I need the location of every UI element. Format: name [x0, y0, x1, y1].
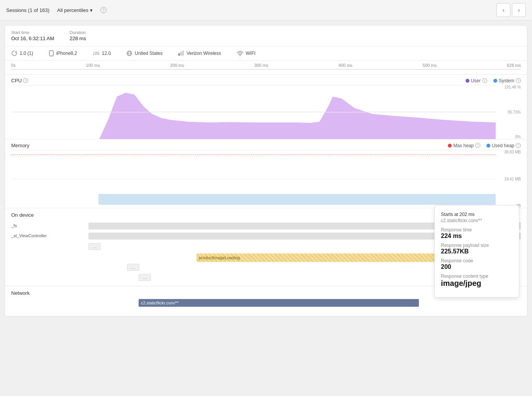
next-button[interactable]: ›	[512, 3, 526, 17]
max-heap-dot	[448, 144, 452, 148]
svg-point-9	[239, 55, 240, 56]
network-item: WIFI	[237, 51, 256, 56]
memory-y-labels: 38.83 MB 19.41 MB 0B	[498, 150, 521, 208]
refresh-icon	[11, 50, 17, 56]
cpu-legend: User ? System ?	[466, 78, 521, 83]
wifi-icon	[237, 51, 244, 56]
expand-dots1[interactable]: ...	[88, 243, 101, 250]
memory-header: Memory Max heap ? Used heap ?	[11, 139, 521, 150]
expand-dots2[interactable]: ...	[127, 264, 139, 271]
start-time-label: Start time	[11, 30, 54, 35]
duration-item: Duration 228 ms	[69, 30, 86, 41]
session-header: Start time Oct 16, 6:32:11 AM Duration 2…	[5, 25, 527, 46]
cpu-y-labels: 191.46 % 95.73% 0%	[498, 85, 521, 139]
carrier-value: Verizon Wireless	[186, 51, 221, 56]
duration-value: 228 ms	[69, 36, 86, 41]
trace-label-fs: _fs	[11, 223, 88, 228]
svg-text:iOS: iOS	[93, 51, 100, 56]
used-heap-bar	[98, 194, 496, 205]
top-bar: Sessions (1 of 163) All percentiles ▾ ? …	[0, 0, 532, 20]
svg-marker-6	[178, 53, 180, 56]
tooltip-card: Starts at 202 ms c2.staticflickr.com/** …	[434, 205, 519, 297]
session-info-bar: 1.0 (1) iPhone8,2 iOS 12.0 United States…	[5, 46, 527, 61]
top-bar-left: Sessions (1 of 163) All percentiles ▾ ?	[6, 6, 107, 15]
timeline-ruler: 0s 100 ms 200 ms 300 ms 400 ms 500 ms 62…	[5, 61, 527, 75]
memory-grid-mid	[11, 179, 496, 179]
ios-icon: iOS	[93, 51, 100, 56]
signal-icon	[178, 50, 184, 56]
memory-legend: Max heap ? Used heap ?	[448, 143, 521, 148]
sessions-label: Sessions (1 of 163)	[6, 7, 49, 13]
globe-icon	[126, 50, 132, 56]
memory-chart-area: 38.83 MB 19.41 MB 0B	[11, 150, 521, 208]
system-dot	[493, 79, 497, 83]
cpu-header: CPU ? User ? System ?	[11, 75, 521, 85]
tt-starts: Starts at 202 ms	[441, 212, 513, 217]
trace-label-vc: _st_ViewController	[11, 233, 88, 238]
cpu-help-icon[interactable]: ?	[23, 78, 28, 83]
ruler-labels: 0s 100 ms 200 ms 300 ms 400 ms 500 ms 62…	[11, 63, 521, 68]
tt-response-time: Response time 224 ms	[441, 227, 513, 240]
network-bar: c2.staticflickr.com/**	[139, 299, 419, 307]
cpu-chart-area: 191.46 % 95.73% 0%	[11, 85, 521, 139]
country-item: United States	[126, 50, 163, 56]
max-heap-line	[11, 155, 496, 155]
carrier-item: Verizon Wireless	[178, 50, 221, 56]
start-time-value: Oct 16, 6:32:11 AM	[11, 36, 54, 41]
country-value: United States	[135, 51, 163, 56]
user-dot	[466, 79, 469, 83]
percentile-dropdown[interactable]: All percentiles ▾	[54, 6, 96, 15]
device-item: iPhone8,2	[49, 50, 77, 56]
memory-title: Memory	[11, 143, 29, 148]
os-value: 12.0	[102, 51, 111, 56]
svg-marker-7	[180, 52, 182, 56]
grid-line-top	[11, 85, 496, 85]
on-device-section: On device _fs _st_ViewController ... pro	[5, 208, 527, 286]
user-help-icon[interactable]: ?	[482, 78, 487, 83]
tt-url: c2.staticflickr.com/**	[441, 218, 513, 223]
cpu-title: CPU ?	[11, 78, 28, 83]
system-legend: System ?	[493, 78, 521, 83]
network-bar-area: c2.staticflickr.com/**	[11, 299, 521, 311]
version-item: 1.0 (1)	[11, 50, 33, 56]
os-item: iOS 12.0	[93, 51, 111, 56]
user-legend: User ?	[466, 78, 487, 83]
wifi-value: WIFI	[246, 51, 256, 56]
tt-payload: Response payload size 225.57KB	[441, 243, 513, 255]
prev-button[interactable]: ‹	[496, 3, 510, 17]
grid-line-mid	[11, 112, 496, 112]
svg-point-1	[51, 55, 52, 56]
nav-buttons: ‹ ›	[496, 3, 526, 17]
help-icon[interactable]: ?	[100, 7, 107, 13]
phone-icon	[49, 50, 54, 56]
device-value: iPhone8,2	[56, 51, 77, 56]
system-help-icon[interactable]: ?	[516, 78, 521, 83]
used-heap-dot	[486, 144, 490, 148]
start-time-item: Start time Oct 16, 6:32:11 AM	[11, 30, 54, 41]
max-heap-help-icon[interactable]: ?	[475, 143, 480, 148]
used-heap-help-icon[interactable]: ?	[516, 143, 521, 148]
version-value: 1.0 (1)	[20, 51, 33, 56]
memory-grid-top	[11, 150, 496, 150]
expand-dots3[interactable]: ...	[139, 274, 151, 281]
used-heap-legend: Used heap ?	[486, 143, 521, 148]
tt-code: Response code 200	[441, 258, 513, 270]
ruler-ticks	[11, 69, 521, 71]
svg-marker-8	[182, 51, 184, 56]
tt-content-type: Response content type image/jpeg	[441, 274, 513, 288]
main-card: Start time Oct 16, 6:32:11 AM Duration 2…	[5, 25, 527, 316]
cpu-canvas	[11, 85, 496, 139]
memory-section: Memory Max heap ? Used heap ?	[5, 139, 527, 208]
max-heap-legend: Max heap ?	[448, 143, 480, 148]
memory-canvas	[11, 150, 496, 208]
duration-label: Duration	[69, 30, 86, 35]
grid-line-bottom	[11, 139, 496, 139]
cpu-section: CPU ? User ? System ?	[5, 75, 527, 139]
